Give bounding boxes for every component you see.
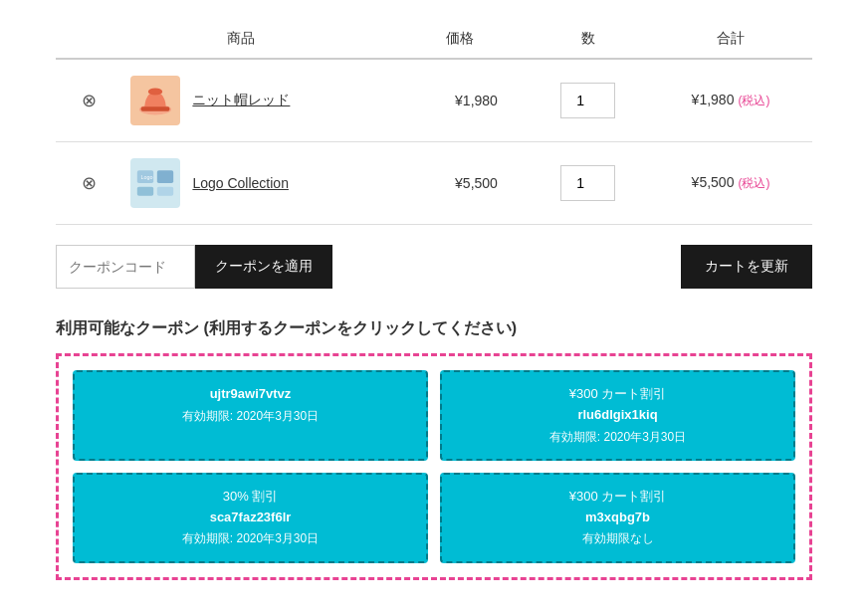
- svg-rect-5: [137, 187, 153, 196]
- qty-input[interactable]: [560, 165, 615, 201]
- coupon-expiry: 有効期限: 2020年3月30日: [89, 407, 412, 426]
- coupon-card[interactable]: ¥300 カート割引m3xqbg7b有効期限なし: [440, 473, 795, 563]
- svg-point-1: [148, 88, 162, 95]
- svg-rect-4: [157, 170, 173, 183]
- coupon-code: sca7faz23f6lr: [89, 508, 412, 528]
- coupon-code: ujtr9awi7vtvz: [89, 384, 412, 405]
- coupon-section: 利用可能なクーポン (利用するクーポンをクリックしてください) ujtr9awi…: [56, 318, 812, 580]
- qty-input[interactable]: [560, 83, 615, 118]
- coupon-expiry: 有効期限なし: [456, 529, 779, 548]
- cart-table: 商品 価格 数 合計 ⊗ ニット帽レッド¥1,980¥1,980(税込)⊗: [56, 20, 812, 225]
- remove-cell: ⊗: [56, 59, 122, 142]
- remove-item-button[interactable]: ⊗: [78, 90, 101, 111]
- product-thumbnail: Logo: [130, 158, 180, 208]
- product-name-link[interactable]: ニット帽レッド: [192, 92, 290, 109]
- tax-label: (税込): [738, 176, 769, 190]
- product-name-link[interactable]: Logo Collection: [192, 175, 289, 191]
- tax-label: (税込): [738, 94, 769, 107]
- coupon-description: 30% 割引: [89, 487, 412, 508]
- coupon-area: クーポンを適用: [56, 245, 332, 289]
- coupon-expiry: 有効期限: 2020年3月30日: [89, 529, 412, 548]
- update-cart-button[interactable]: カートを更新: [681, 245, 812, 289]
- svg-rect-2: [141, 106, 170, 111]
- table-row: ⊗ Logo Logo Collection¥5,500¥5,500(税込): [56, 142, 812, 225]
- coupon-card[interactable]: ujtr9awi7vtvz有効期限: 2020年3月30日: [73, 370, 428, 461]
- coupon-grid: ujtr9awi7vtvz有効期限: 2020年3月30日¥300 カート割引r…: [73, 370, 795, 563]
- product-cell: ニット帽レッド: [122, 60, 425, 141]
- coupon-outer-border: ujtr9awi7vtvz有効期限: 2020年3月30日¥300 カート割引r…: [56, 353, 812, 580]
- price-cell: ¥5,500: [426, 142, 528, 225]
- remove-item-button[interactable]: ⊗: [78, 172, 101, 194]
- col-qty: 数: [527, 20, 649, 59]
- price-cell: ¥1,980: [426, 59, 528, 142]
- coupon-expiry: 有効期限: 2020年3月30日: [456, 428, 779, 447]
- product-thumbnail: [130, 76, 180, 125]
- svg-rect-6: [157, 187, 173, 196]
- col-product: 商品: [56, 20, 426, 59]
- product-cell: Logo Logo Collection: [122, 142, 425, 224]
- qty-cell: [527, 59, 649, 142]
- svg-text:Logo: Logo: [141, 174, 153, 180]
- coupon-description: ¥300 カート割引: [456, 487, 779, 508]
- total-cell: ¥5,500(税込): [649, 142, 812, 225]
- coupon-section-title: 利用可能なクーポン (利用するクーポンをクリックしてください): [56, 318, 812, 339]
- coupon-apply-button[interactable]: クーポンを適用: [195, 245, 332, 289]
- qty-cell: [527, 142, 649, 225]
- coupon-card[interactable]: ¥300 カート割引rlu6dlgix1kiq有効期限: 2020年3月30日: [440, 370, 795, 461]
- coupon-card[interactable]: 30% 割引sca7faz23f6lr有効期限: 2020年3月30日: [73, 473, 428, 563]
- col-total: 合計: [649, 20, 812, 59]
- col-price: 価格: [426, 20, 528, 59]
- page-container: 商品 価格 数 合計 ⊗ ニット帽レッド¥1,980¥1,980(税込)⊗: [26, 0, 842, 600]
- action-row: クーポンを適用 カートを更新: [56, 245, 812, 289]
- total-cell: ¥1,980(税込): [649, 59, 812, 142]
- remove-cell: ⊗: [56, 142, 122, 225]
- table-row: ⊗ ニット帽レッド¥1,980¥1,980(税込): [56, 59, 812, 142]
- coupon-code: rlu6dlgix1kiq: [456, 405, 779, 426]
- coupon-description: ¥300 カート割引: [456, 384, 779, 405]
- coupon-input[interactable]: [56, 245, 195, 289]
- coupon-code: m3xqbg7b: [456, 508, 779, 528]
